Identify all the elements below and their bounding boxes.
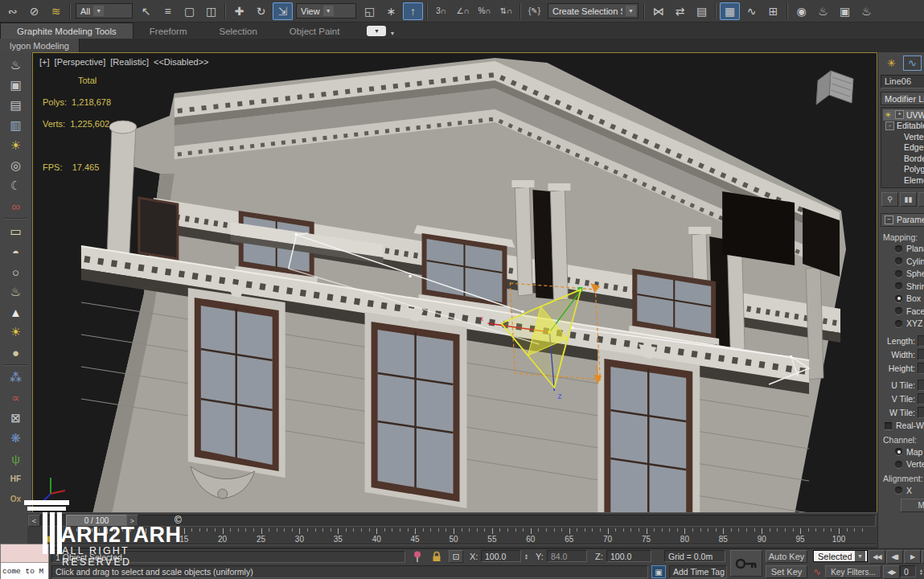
track-bar[interactable]: 1520253035404550556065707580859095100 (27, 527, 877, 548)
isolate-selection-toggle-icon[interactable]: ▣ (651, 565, 666, 578)
mapping-option-box[interactable]: Box (878, 293, 924, 306)
absolute-offset-mode-icon[interactable]: ⊡ (449, 550, 463, 563)
radio-icon[interactable] (895, 461, 902, 468)
checkbox-icon[interactable] (885, 422, 892, 429)
render-production-icon[interactable]: ♨ (856, 2, 877, 20)
set-key-button[interactable]: Set Key (766, 565, 807, 578)
mapping-option-shrink-wrap[interactable]: Shrink Wrap (878, 280, 924, 293)
select-and-move-icon[interactable]: ✚ (229, 2, 249, 20)
time-slider[interactable]: < 0 / 100 > (27, 512, 877, 527)
stack-item-editable-poly[interactable]: -Editable Poly (883, 121, 924, 132)
keyboard-shortcut-override-icon[interactable]: ↑ (403, 2, 423, 20)
hair-fur-icon[interactable]: HF (3, 469, 29, 488)
play-button[interactable]: ▶ (904, 550, 921, 564)
value-field[interactable] (918, 335, 924, 347)
shadow-moon-icon[interactable]: ☾ (3, 176, 29, 195)
time-slider-handle[interactable]: 0 / 100 (66, 515, 127, 527)
spinner-snap-icon[interactable]: ⇅∩ (496, 2, 516, 20)
channel-option-vertex-color-channel[interactable]: Vertex Color Channel (878, 458, 924, 471)
macro-recorder-pane[interactable] (1, 544, 48, 563)
select-object-icon[interactable]: ↖ (136, 2, 156, 20)
schematic-view-icon[interactable]: ⊞ (763, 2, 783, 20)
stack-item-uvw-map[interactable]: ☀+UVW Map (883, 109, 924, 121)
radio-icon[interactable] (895, 307, 902, 314)
previous-frame-arrow[interactable]: < (28, 515, 40, 527)
keyframe-marker[interactable] (43, 536, 52, 543)
teapot-primitive-icon[interactable]: ♨ (3, 282, 29, 302)
value-field[interactable] (918, 349, 924, 360)
parameters-rollout-header[interactable]: − Parameters (881, 213, 924, 227)
mapping-option-spherical[interactable]: Spherical (878, 268, 924, 281)
listener-pane[interactable]: come to M (1, 563, 48, 579)
modify-tab-icon[interactable]: ∿ (903, 55, 922, 71)
lightbulb-icon[interactable]: ☀ (883, 111, 893, 119)
expand-toggle-icon[interactable]: - (885, 121, 894, 130)
radio-icon[interactable] (895, 295, 902, 302)
material-editor-icon[interactable]: ◉ (791, 2, 811, 20)
real-world-checkbox-row[interactable]: Real-World Map Size (878, 419, 924, 432)
geosphere-primitive-icon[interactable]: ● (3, 343, 29, 362)
ribbon-tab-freeform[interactable]: Freeform (133, 23, 203, 39)
dome-primitive-icon[interactable]: ◓ (3, 242, 29, 261)
ribbon-tab-object-paint[interactable]: Object Paint (273, 23, 356, 39)
x-coordinate-field[interactable]: 100.0 (481, 550, 521, 562)
daylight-system-icon[interactable]: ☀ (3, 322, 29, 342)
plane-primitive-icon[interactable]: ▭ (3, 222, 29, 241)
value-field[interactable] (918, 393, 924, 404)
select-and-rotate-icon[interactable]: ↻ (251, 2, 271, 20)
select-by-name-icon[interactable]: ≡ (158, 2, 178, 20)
mapping-option-face[interactable]: Face (878, 305, 924, 318)
reference-coordinate-system-dropdown[interactable]: View▼ (296, 3, 356, 18)
align-icon[interactable]: ⇄ (670, 2, 690, 20)
ribbon-tab-selection[interactable]: Selection (203, 23, 273, 39)
radio-icon[interactable] (895, 257, 902, 265)
select-and-scale-icon[interactable]: ⇲ (273, 2, 293, 20)
modifier-list-dropdown[interactable]: Modifier List (881, 92, 924, 105)
z-coordinate-field[interactable]: 100.0 (606, 550, 651, 562)
pin-stack-button[interactable]: ⚲ (881, 192, 898, 207)
select-and-manipulate-icon[interactable]: ∗ (381, 2, 401, 20)
curve-editor-icon[interactable]: ∿ (741, 2, 762, 20)
particle-scatter-icon[interactable]: ⁂ (3, 368, 29, 388)
cone-primitive-icon[interactable]: ▲ (3, 302, 29, 322)
maxscript-mini-listener[interactable]: come to M (0, 544, 49, 579)
value-field[interactable] (918, 380, 924, 391)
sphere-primitive-icon[interactable]: ○ (3, 262, 29, 281)
chevron-down-icon[interactable]: ▼ (389, 31, 395, 36)
x-spinner[interactable]: ▲▼ (522, 550, 531, 562)
bind-to-space-warp-icon[interactable]: ≋ (46, 2, 66, 20)
mirror-icon[interactable]: ⋈ (648, 2, 668, 20)
tab-polygon-modeling[interactable]: lygon Modeling (0, 39, 80, 52)
mapping-option-xyz-to-uvw[interactable]: XYZ to UVW (878, 318, 924, 331)
stack-item-vertex[interactable]: Vertex (883, 131, 924, 142)
mapping-option-planar[interactable]: Planar (878, 243, 924, 256)
rendered-frame-window-icon[interactable]: ▣ (3, 76, 29, 95)
value-field[interactable] (918, 363, 924, 374)
light-lister-icon[interactable]: ☀ (3, 136, 29, 155)
use-pivot-point-center-icon[interactable]: ◱ (359, 2, 380, 20)
ox-coin-icon[interactable]: Ox (3, 489, 29, 508)
radio-icon[interactable] (895, 270, 902, 277)
object-name-field[interactable]: Line06 (881, 75, 924, 88)
rendered-frame-window-icon[interactable]: ▣ (835, 2, 855, 20)
selection-filter-dropdown[interactable]: All▼ (76, 3, 133, 18)
channel-option-map-channel-[interactable]: Map Channel: (878, 446, 924, 458)
alignment-x-radio[interactable]: X (878, 484, 924, 497)
key-mode-toggle-button[interactable]: ◀▶ (883, 565, 900, 579)
rectangular-selection-region-icon[interactable]: ▢ (179, 2, 199, 20)
create-tab-icon[interactable]: ✳ (882, 55, 901, 71)
plane-gizmo-icon[interactable]: ⊠ (3, 409, 29, 428)
manipulate-button[interactable]: Manipulate (901, 499, 924, 512)
expand-toggle-icon[interactable]: + (895, 110, 904, 119)
perspective-viewport[interactable]: z x (32, 52, 877, 515)
named-selection-sets-dropdown[interactable]: Create Selection Se▼ (548, 3, 639, 18)
stack-item-polygon[interactable]: Polygon (883, 164, 924, 175)
percent-snap-icon[interactable]: %∩ (474, 2, 495, 20)
viewport-general-menu[interactable]: [+] (39, 57, 50, 67)
frame-spinner[interactable]: ▲▼ (917, 565, 924, 577)
auto-key-button[interactable]: Auto Key (766, 550, 807, 563)
snaps-toggle-icon[interactable]: 3∩ (431, 2, 451, 20)
graphite-ribbon-toggle-icon[interactable]: ▦ (720, 2, 740, 20)
next-frame-arrow[interactable]: > (126, 515, 138, 527)
pin-icon[interactable] (410, 550, 425, 563)
